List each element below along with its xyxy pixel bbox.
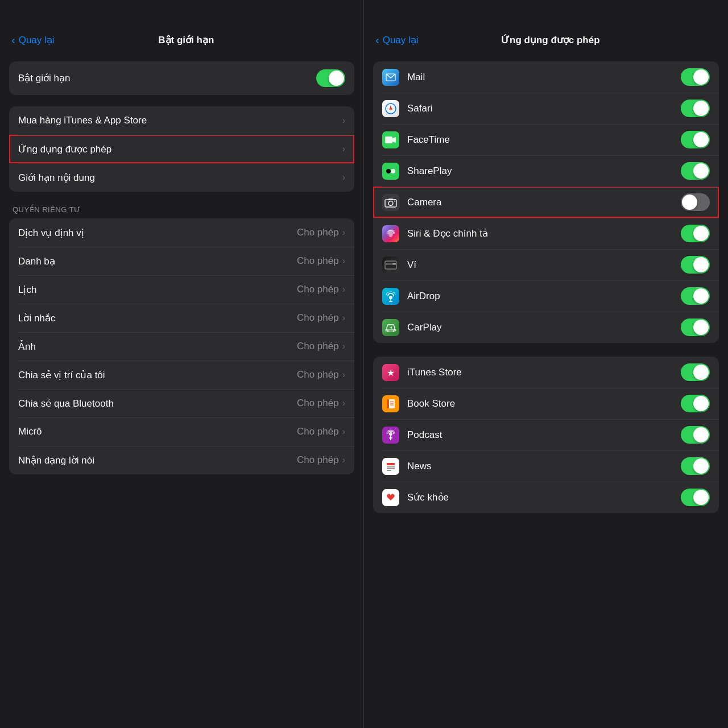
shareplay-icon: [382, 163, 399, 180]
siri-toggle[interactable]: [681, 225, 710, 242]
safari-icon: [382, 100, 399, 117]
svg-point-19: [389, 296, 392, 299]
right-back-label: Quay lại: [383, 34, 419, 46]
itunes-purchases-row[interactable]: Mua hàng iTunes & App Store ›: [9, 106, 354, 135]
svg-point-9: [391, 169, 395, 173]
svg-point-32: [389, 432, 392, 436]
health-toggle[interactable]: [681, 489, 710, 506]
speech-recognition-value: Cho phép: [297, 454, 339, 466]
podcasts-icon: [382, 427, 399, 444]
apps-group-2: ★ iTunes Store Book Store: [373, 357, 719, 513]
news-row[interactable]: News: [373, 450, 719, 482]
right-content: Mail Safari FaceTime: [364, 55, 728, 728]
content-restrictions-label: Giới hạn nội dung: [18, 172, 342, 184]
location-services-value: Cho phép: [297, 227, 339, 238]
itunes-row[interactable]: ★ iTunes Store: [373, 357, 719, 388]
siri-icon: [382, 225, 399, 242]
photos-row[interactable]: Ảnh Cho phép ›: [9, 332, 354, 361]
reminders-label: Lời nhắc: [18, 312, 297, 324]
microphone-row[interactable]: Micrô Cho phép ›: [9, 417, 354, 446]
chevron-icon: ›: [342, 398, 345, 408]
mail-row[interactable]: Mail: [373, 61, 719, 93]
calendar-label: Lịch: [18, 284, 297, 296]
menu-card: Mua hàng iTunes & App Store › Ứng dụng đ…: [9, 106, 354, 192]
svg-point-15: [388, 230, 393, 237]
carplay-toggle[interactable]: [681, 318, 710, 336]
podcasts-toggle[interactable]: [681, 426, 710, 444]
shareplay-row[interactable]: SharePlay: [373, 155, 719, 187]
shareplay-toggle[interactable]: [681, 162, 710, 180]
siri-row[interactable]: Siri & Đọc chính tả: [373, 218, 719, 249]
safari-row[interactable]: Safari: [373, 93, 719, 124]
chevron-icon: ›: [342, 144, 345, 154]
carplay-row[interactable]: CarPlay: [373, 312, 719, 343]
wallet-icon: [382, 257, 399, 274]
wallet-row[interactable]: Ví: [373, 249, 719, 280]
speech-recognition-label: Nhận dạng lời nói: [18, 454, 297, 466]
left-back-chevron-icon: ‹: [11, 34, 15, 47]
facetime-toggle[interactable]: [681, 131, 710, 148]
bluetooth-sharing-row[interactable]: Chia sẻ qua Bluetooth Cho phép ›: [9, 389, 354, 417]
mail-toggle[interactable]: [681, 68, 710, 86]
svg-rect-13: [388, 198, 393, 200]
health-row[interactable]: Sức khỏe: [373, 482, 719, 513]
itunes-label: iTunes Store: [407, 367, 681, 378]
podcasts-row[interactable]: Podcast: [373, 419, 719, 450]
enable-restrictions-row: Bật giới hạn: [9, 61, 354, 95]
contacts-label: Danh bạ: [18, 255, 297, 267]
airdrop-toggle[interactable]: [681, 287, 710, 305]
airdrop-icon: [382, 288, 399, 305]
calendar-row[interactable]: Lịch Cho phép ›: [9, 275, 354, 304]
siri-label: Siri & Đọc chính tả: [407, 228, 681, 239]
content-restrictions-row[interactable]: Giới hạn nội dung ›: [9, 163, 354, 192]
svg-point-14: [394, 200, 395, 201]
left-panel: ‹ Quay lại Bật giới hạn Bật giới hạn Mua…: [0, 0, 364, 728]
news-label: News: [407, 461, 681, 472]
itunes-toggle[interactable]: [681, 363, 710, 381]
allowed-apps-row[interactable]: Ứng dụng được phép ›: [9, 135, 354, 163]
speech-recognition-row[interactable]: Nhận dạng lời nói Cho phép ›: [9, 446, 354, 474]
left-back-button[interactable]: ‹ Quay lại: [11, 34, 55, 47]
right-header: ‹ Quay lại Ứng dụng được phép: [364, 0, 728, 55]
chevron-icon: ›: [342, 284, 345, 295]
camera-toggle[interactable]: [681, 193, 710, 211]
allowed-apps-label: Ứng dụng được phép: [18, 143, 342, 155]
chevron-icon: ›: [342, 256, 345, 266]
chevron-icon: ›: [342, 313, 345, 323]
reminders-row[interactable]: Lời nhắc Cho phép ›: [9, 304, 354, 332]
svg-marker-7: [392, 137, 396, 143]
chevron-icon: ›: [342, 172, 345, 183]
news-toggle[interactable]: [681, 457, 710, 475]
svg-rect-6: [385, 136, 392, 143]
right-panel: ‹ Quay lại Ứng dụng được phép Mail: [364, 0, 728, 728]
airdrop-row[interactable]: AirDrop: [373, 280, 719, 312]
calendar-value: Cho phép: [297, 284, 339, 295]
books-row[interactable]: Book Store: [373, 388, 719, 419]
safari-toggle[interactable]: [681, 100, 710, 117]
svg-rect-18: [392, 263, 396, 264]
camera-row[interactable]: Camera: [373, 187, 719, 218]
books-toggle[interactable]: [681, 395, 710, 412]
privacy-section-label: QUYỀN RIÊNG TƯ: [9, 205, 354, 214]
enable-restrictions-toggle[interactable]: [316, 69, 345, 87]
right-back-button[interactable]: ‹ Quay lại: [375, 34, 419, 47]
wallet-label: Ví: [407, 259, 681, 271]
svg-point-24: [393, 330, 395, 332]
location-services-row[interactable]: Dịch vụ định vị Cho phép ›: [9, 218, 354, 247]
books-icon: [382, 395, 399, 412]
menu-group: Mua hàng iTunes & App Store › Ứng dụng đ…: [9, 106, 354, 192]
location-services-label: Dịch vụ định vị: [18, 227, 297, 239]
itunes-purchases-label: Mua hàng iTunes & App Store: [18, 115, 342, 126]
contacts-value: Cho phép: [297, 255, 339, 267]
photos-value: Cho phép: [297, 341, 339, 352]
right-back-chevron-icon: ‹: [375, 34, 379, 47]
wallet-toggle[interactable]: [681, 256, 710, 274]
share-location-row[interactable]: Chia sẻ vị trí của tôi Cho phép ›: [9, 361, 354, 389]
health-label: Sức khỏe: [407, 491, 681, 503]
svg-rect-28: [387, 399, 389, 408]
left-header: ‹ Quay lại Bật giới hạn: [0, 0, 363, 55]
contacts-row[interactable]: Danh bạ Cho phép ›: [9, 247, 354, 275]
facetime-row[interactable]: FaceTime: [373, 124, 719, 155]
chevron-icon: ›: [342, 115, 345, 126]
chevron-icon: ›: [342, 341, 345, 351]
